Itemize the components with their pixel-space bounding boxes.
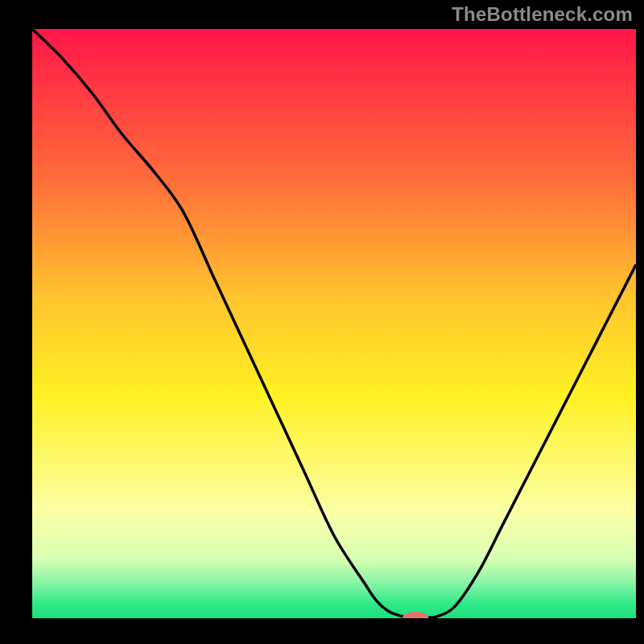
watermark-text: TheBottleneck.com — [452, 3, 633, 26]
plot-background — [32, 29, 636, 618]
bottleneck-chart: TheBottleneck.com — [0, 0, 644, 644]
chart-canvas — [0, 0, 644, 644]
axis-right — [636, 0, 644, 644]
axis-bottom — [0, 618, 644, 644]
axis-left — [0, 0, 32, 644]
